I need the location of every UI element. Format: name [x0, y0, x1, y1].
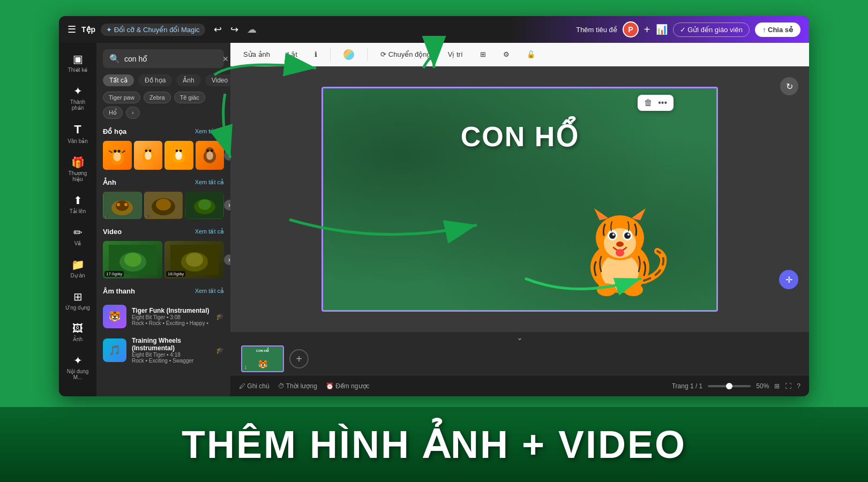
separator-2: [367, 48, 368, 61]
tag-te-giac[interactable]: Tê giác: [174, 92, 205, 103]
video-see-all[interactable]: Xem tất cả: [195, 228, 224, 235]
du-an-label: Dự án: [70, 273, 85, 278]
lat-button[interactable]: Lật: [283, 48, 302, 61]
color-button[interactable]: [339, 47, 358, 62]
more-icon[interactable]: •••: [658, 98, 667, 108]
tab-do-hoa[interactable]: Đồ họa: [138, 74, 172, 86]
chuyen-dong-button[interactable]: ⟳ Chuyển động: [376, 48, 435, 61]
tool-button[interactable]: ⚙: [499, 48, 514, 61]
graphics-see-all[interactable]: Xem tất cả: [195, 128, 224, 135]
sidebar-item-anh[interactable]: 🖼 Ảnh: [61, 318, 94, 347]
photo-thumb-3[interactable]: [185, 192, 224, 220]
tiger-image[interactable]: [566, 192, 674, 299]
graphics-next-arrow[interactable]: ›: [224, 150, 230, 161]
bottom-label-container: THÊM HÌNH ẢNH + VIDEO: [0, 407, 868, 482]
sidebar-item-tai-len[interactable]: ⬆ Tải lên: [61, 190, 94, 219]
add-slide-button[interactable]: +: [289, 349, 309, 368]
sidebar-item-du-an[interactable]: 📁 Dự án: [61, 254, 94, 283]
video-thumb-2[interactable]: 🎓 18.0giây: [164, 241, 224, 278]
grid-view-button[interactable]: ⊞: [774, 382, 780, 390]
thoi-luong-button[interactable]: ⏱ Thời lượng: [278, 382, 317, 390]
tag-tiger-paw[interactable]: Tiger paw: [103, 92, 140, 103]
audio-artist-2: Eight Bit Tiger • 4:18: [132, 352, 211, 358]
svg-point-30: [156, 199, 171, 210]
vi-tri-button[interactable]: Vị trí: [444, 48, 467, 61]
magic-label[interactable]: ✦ Đổi cỡ & Chuyển đổi Magic: [101, 24, 205, 36]
cloud-icon[interactable]: ☁: [247, 24, 257, 35]
tab-anh[interactable]: Ảnh: [176, 74, 200, 86]
lock-button[interactable]: 🔓: [522, 48, 540, 61]
audio-see-all[interactable]: Xem tất cả: [195, 288, 224, 295]
dem-nguoc-button[interactable]: ⏰ Đếm ngược: [326, 382, 370, 390]
noi-dung-icon: ✦: [73, 354, 83, 367]
sidebar-item-ung-dung[interactable]: ⊞ Ứng dụng: [61, 286, 94, 315]
main-content: ▣ Thiết kế ✦ Thành phần T Văn bản 🎁 Thươ…: [59, 43, 809, 396]
photo-thumb-2[interactable]: 🎓: [144, 192, 183, 220]
expand-button[interactable]: ✛: [779, 270, 798, 289]
graphic-thumb-3[interactable]: [164, 141, 193, 170]
delete-icon[interactable]: 🗑: [644, 98, 653, 108]
tag-more[interactable]: ›: [126, 107, 140, 119]
grid-button[interactable]: ⊞: [476, 48, 490, 61]
undo-button[interactable]: ↩: [211, 22, 225, 36]
ung-dung-label: Ứng dụng: [65, 305, 90, 311]
zoom-slider[interactable]: [708, 385, 751, 387]
sua-anh-button[interactable]: Sửa ảnh: [239, 48, 274, 61]
sidebar-item-ve[interactable]: ✏ Vẽ: [61, 222, 94, 251]
svg-point-54: [624, 232, 631, 239]
file-label[interactable]: Tệp: [81, 25, 95, 34]
audio-title-2: Training Wheels (Instrumental): [132, 337, 211, 352]
thiet-ke-label: Thiết kế: [68, 67, 87, 73]
graphic-thumb-4[interactable]: [196, 141, 225, 170]
sidebar-item-noi-dung[interactable]: ✦ Nội dung M...: [61, 350, 94, 385]
van-ban-label: Văn bản: [68, 138, 88, 144]
photos-grid: 🎓 🎓: [96, 192, 230, 220]
sidebar-item-thuong-hieu[interactable]: 🎁 Thương hiệu: [61, 152, 94, 186]
tag-ho[interactable]: Hổ: [103, 107, 123, 119]
svg-point-37: [124, 253, 141, 267]
audio-artist-1: Eight Bit Tiger • 3:08: [132, 314, 211, 320]
audio-item-2[interactable]: 🎵 Training Wheels (Instrumental) Eight B…: [96, 333, 230, 368]
tag-zebra[interactable]: Zebra: [144, 92, 171, 103]
audio-item-1[interactable]: 🐯 Tiger Funk (Instrumental) Eight Bit Ti…: [96, 300, 230, 333]
tab-tat-ca[interactable]: Tất cả: [103, 74, 134, 86]
refresh-button[interactable]: ↻: [780, 77, 798, 95]
canvas-slide[interactable]: 🗑 ••• CON HỔ: [321, 87, 718, 312]
svg-point-10: [145, 149, 147, 152]
graphics-section-header: Đồ họa Xem tất cả: [96, 125, 230, 138]
photos-see-all[interactable]: Xem tất cả: [195, 179, 224, 186]
graphic-thumb-1[interactable]: [103, 141, 132, 170]
sidebar-item-thiet-ke[interactable]: ▣ Thiết kế: [61, 48, 94, 77]
expand-view-button[interactable]: ⛶: [785, 382, 791, 390]
search-clear-icon[interactable]: ✕: [222, 55, 229, 63]
bottom-label-text: THÊM HÌNH ẢNH + VIDEO: [182, 422, 686, 467]
chart-icon[interactable]: 📊: [656, 24, 668, 35]
audio-tags-2: Rock • Exciting • Swagger: [132, 358, 211, 364]
search-input[interactable]: [124, 55, 218, 63]
redo-button[interactable]: ↪: [227, 22, 242, 36]
ghi-chu-button[interactable]: 🖊 Ghi chú: [239, 382, 270, 390]
info-button[interactable]: ℹ: [310, 48, 321, 61]
menu-icon[interactable]: ☰: [68, 24, 76, 35]
tai-len-label: Tải lên: [70, 208, 86, 214]
sidebar-item-van-ban[interactable]: T Văn bản: [61, 118, 94, 148]
collapse-handle[interactable]: ⌄: [230, 332, 809, 343]
chuyen-dong-icon: ⟳: [380, 50, 386, 58]
slide-thumbnail-1[interactable]: CON HỔ 🐯 1: [241, 345, 284, 372]
slide-thumb-text: CON HỔ: [256, 349, 269, 352]
video-thumb-1[interactable]: 🎓 17.0giây: [103, 241, 162, 278]
them-tieu-de-button[interactable]: Thêm tiêu đề: [576, 26, 617, 34]
tab-video[interactable]: Video: [205, 74, 230, 86]
slide-title[interactable]: CON HỔ: [461, 120, 579, 153]
photos-next-arrow[interactable]: ›: [224, 200, 230, 210]
photo-thumb-1[interactable]: 🎓: [103, 192, 142, 220]
video-next-arrow[interactable]: ›: [224, 254, 230, 265]
help-button[interactable]: ?: [797, 382, 800, 390]
sidebar-item-thanh-phan[interactable]: ✦ Thành phần: [61, 80, 94, 115]
gui-button[interactable]: ✓ Gửi đến giáo viên: [673, 22, 750, 37]
add-button[interactable]: +: [644, 24, 650, 36]
avatar[interactable]: P: [623, 21, 639, 37]
audio-title: Âm thanh: [103, 287, 135, 295]
graphic-thumb-2[interactable]: [134, 141, 163, 170]
chia-se-button[interactable]: ↑ Chia sẻ: [755, 22, 800, 37]
